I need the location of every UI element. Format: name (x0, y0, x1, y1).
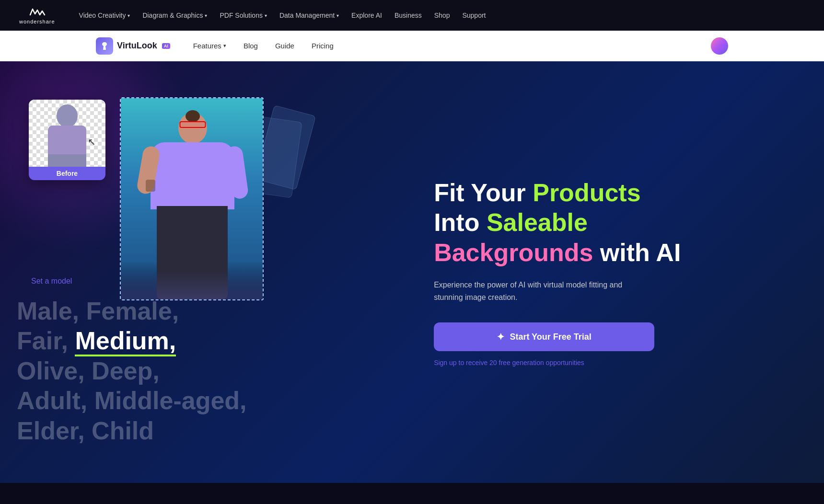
ai-badge: AI (162, 43, 170, 49)
sub-nav-links: Features ▾ Blog Guide Pricing (193, 40, 688, 52)
logo-text: wondershare (19, 19, 55, 24)
body-type-line1: Male, Female, (17, 296, 247, 326)
before-card: ↖ Before (29, 100, 105, 180)
top-nav-links: Video Creativity ▾ Diagram & Graphics ▾ … (74, 8, 805, 23)
nav-item-business[interactable]: Business (390, 8, 427, 23)
sub-nav: VirtuLookAI Features ▾ Blog Guide Pricin… (0, 31, 824, 61)
nav-item-data-management[interactable]: Data Management ▾ (275, 8, 344, 23)
sub-nav-features[interactable]: Features ▾ (193, 40, 226, 52)
user-avatar[interactable] (711, 37, 728, 55)
chevron-down-icon: ▾ (337, 13, 339, 18)
nav-item-support[interactable]: Support (457, 8, 490, 23)
sub-nav-blog[interactable]: Blog (244, 40, 258, 52)
model-image (121, 98, 264, 299)
before-label: Before (29, 167, 105, 180)
logo[interactable]: wondershare (19, 6, 55, 24)
model-container (120, 97, 264, 300)
model-selection-box (120, 97, 264, 300)
hero-right: Fit Your Products Into Saleable Backgrou… (395, 61, 824, 483)
virtulook-brand[interactable]: VirtuLookAI (96, 37, 170, 55)
sub-nav-pricing[interactable]: Pricing (312, 40, 334, 52)
before-image: ↖ (29, 100, 105, 167)
virtulook-name: VirtuLook (117, 41, 157, 51)
star-icon: ✦ (497, 331, 505, 343)
chevron-down-icon: ▾ (265, 13, 267, 18)
virtulook-logo-icon (96, 37, 113, 55)
body-type-list: Male, Female, Fair, Medium, Olive, Deep,… (17, 296, 247, 446)
chevron-down-icon: ▾ (223, 43, 226, 49)
body-type-line3: Olive, Deep, (17, 356, 247, 386)
wondershare-logo-icon (28, 6, 46, 18)
body-type-line2: Fair, Medium, (17, 326, 247, 355)
chevron-down-icon: ▾ (128, 13, 130, 18)
nav-item-explore-ai[interactable]: Explore AI (347, 8, 387, 23)
nav-item-video-creativity[interactable]: Video Creativity ▾ (74, 8, 135, 23)
body-type-line4: Adult, Middle-aged, (17, 386, 247, 415)
hero-section: ↖ Before Set a model Male, Female, Fair,… (0, 61, 824, 483)
cta-button-label: Start Your Free Trial (510, 332, 591, 342)
hero-title: Fit Your Products Into Saleable Backgrou… (434, 178, 786, 267)
nav-item-pdf-solutions[interactable]: PDF Solutions ▾ (215, 8, 271, 23)
signup-link[interactable]: Sign up to receive 20 free generation op… (434, 359, 786, 367)
nav-item-diagram-graphics[interactable]: Diagram & Graphics ▾ (138, 8, 212, 23)
chevron-down-icon: ▾ (205, 13, 207, 18)
body-type-line5: Elder, Child (17, 416, 247, 446)
top-nav: wondershare Video Creativity ▾ Diagram &… (0, 0, 824, 31)
nav-item-shop[interactable]: Shop (429, 8, 455, 23)
start-trial-button[interactable]: ✦ Start Your Free Trial (434, 322, 654, 351)
sub-nav-right (711, 37, 728, 55)
set-model-link[interactable]: Set a model (31, 277, 72, 286)
sub-nav-guide[interactable]: Guide (275, 40, 294, 52)
hero-description: Experience the power of AI with virtual … (434, 279, 635, 303)
